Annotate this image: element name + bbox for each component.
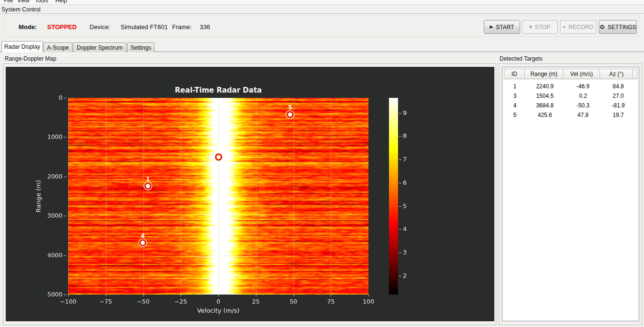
colorbar-tick-label: 5	[403, 202, 407, 210]
y-tick-mark	[64, 295, 66, 295]
colorbar-tick-mark	[399, 229, 401, 230]
cell: 1	[504, 83, 525, 90]
cell: 3	[504, 93, 525, 99]
x-tick-label: 25	[252, 298, 260, 305]
colorbar-tick-label: 9	[403, 109, 407, 116]
stop-button-label: STOP	[535, 24, 550, 31]
table-row[interactable]: 31504.50.227.0	[504, 91, 637, 101]
colorbar-tick-mark	[399, 206, 401, 207]
cell: 47.8	[564, 112, 602, 118]
table-row[interactable]: 12240.9-46.984.8	[504, 82, 637, 91]
y-tick-label: 0	[39, 94, 62, 101]
y-tick-label: 1000	[39, 133, 62, 140]
start-button-label: START	[496, 24, 514, 31]
x-tick-mark	[68, 295, 69, 296]
x-tick-label: −75	[100, 298, 112, 305]
y-axis-label: Range (m)	[35, 180, 42, 212]
x-tick-label: 100	[363, 298, 374, 305]
colorbar-tick-mark	[399, 113, 401, 114]
stop-icon: ■	[530, 25, 532, 29]
column-header-0[interactable]: ID	[504, 69, 525, 79]
table-row[interactable]: 5425.647.819.7	[504, 110, 637, 120]
cell: -46.9	[564, 83, 602, 90]
colorbar-tick-label: 3	[403, 249, 407, 256]
x-axis-label: Velocity (m/s)	[197, 307, 239, 314]
colorbar-tick-label: 4	[403, 225, 407, 232]
colorbar-tick-label: 6	[403, 179, 407, 186]
column-header-3[interactable]: Az (°)	[600, 69, 633, 79]
y-tick-label: 3000	[39, 212, 62, 219]
system-control-title: System Control	[1, 6, 41, 13]
column-header-2[interactable]: Vel (m/s)	[563, 69, 600, 79]
column-header-stub	[633, 69, 637, 79]
x-tick-mark	[181, 295, 181, 296]
cell: 5	[504, 112, 525, 118]
x-tick-mark	[256, 295, 256, 296]
mode-label: Mode:	[19, 23, 37, 31]
cell: 19.7	[602, 112, 635, 118]
cell: -50.3	[564, 102, 602, 109]
menu-help[interactable]: Help	[55, 0, 67, 4]
colorbar-tick-label: 7	[403, 156, 407, 163]
play-icon: ▶	[490, 25, 493, 29]
cell: 84.8	[602, 83, 635, 90]
plot-title: Real-Time Radar Data	[175, 86, 262, 95]
settings-button-label: SETTINGS	[608, 24, 636, 31]
cell: 4	[504, 102, 525, 109]
x-tick-label: −25	[174, 298, 187, 305]
y-tick-mark	[64, 216, 66, 216]
menu-file[interactable]: File	[4, 0, 13, 4]
x-tick-mark	[106, 295, 106, 296]
system-control-toolbar: Mode: STOPPED Device: Simulated FT601 Fr…	[4, 16, 639, 37]
tab-doppler-spectrum[interactable]: Doppler Spectrum	[73, 42, 126, 52]
colorbar-canvas	[389, 98, 398, 295]
cell: 0.2	[564, 93, 602, 99]
menu-bar: FileViewToolsHelp	[0, 0, 644, 5]
table-header: IDRange (m)Vel (m/s)Az (°)	[504, 69, 637, 79]
tab-radar-display[interactable]: Radar Display	[1, 41, 43, 52]
app-window: FileViewToolsHelp System Control Mode: S…	[0, 0, 644, 327]
tab-a-scope[interactable]: A-Scope	[43, 42, 72, 52]
column-header-1[interactable]: Range (m)	[524, 69, 563, 79]
colorbar-tick-mark	[399, 159, 401, 160]
stop-button[interactable]: ■STOP	[522, 20, 558, 34]
device-label: Device:	[90, 23, 110, 31]
cell: 2240.9	[525, 83, 564, 90]
colorbar-tick-mark	[399, 136, 401, 137]
y-tick-label: 4000	[39, 252, 62, 259]
x-tick-mark	[218, 295, 219, 296]
radar-display-panel: Real-Time Radar Data Velocity (m/s) Rang…	[6, 67, 494, 321]
record-button-label: RECORD	[569, 24, 593, 31]
y-tick-label: 5000	[39, 291, 62, 298]
colorbar-tick-label: 2	[403, 272, 407, 279]
x-tick-mark	[143, 295, 144, 296]
table-row[interactable]: 43684.8-50.3-81.9	[504, 101, 637, 110]
colorbar-tick-label: 8	[403, 132, 407, 139]
cell: 425.6	[525, 112, 564, 118]
range-doppler-heatmap-canvas	[68, 98, 368, 295]
y-tick-mark	[64, 177, 66, 177]
settings-button[interactable]: ⚙SETTINGS	[599, 20, 637, 34]
gear-icon: ⚙	[599, 24, 605, 30]
menu-view[interactable]: View	[17, 0, 30, 4]
y-tick-mark	[64, 137, 66, 137]
y-tick-mark	[64, 98, 66, 98]
cell: 3684.8	[525, 102, 564, 109]
colorbar-tick-mark	[399, 276, 401, 276]
cell: 1504.5	[525, 93, 564, 99]
start-button[interactable]: ▶START	[484, 20, 520, 34]
x-tick-mark	[368, 295, 369, 296]
x-tick-mark	[294, 295, 294, 296]
x-tick-label: 0	[216, 298, 220, 305]
colorbar-tick-mark	[399, 183, 401, 183]
y-tick-label: 2000	[39, 173, 62, 180]
menu-tools[interactable]: Tools	[35, 0, 48, 4]
tab-settings[interactable]: Settings	[127, 42, 154, 52]
device-value: Simulated FT601	[121, 23, 168, 31]
detected-targets-table: IDRange (m)Vel (m/s)Az (°) 12240.9-46.98…	[502, 67, 639, 321]
y-tick-mark	[64, 255, 66, 256]
x-tick-mark	[331, 295, 331, 296]
cell: -81.9	[602, 102, 635, 109]
record-button[interactable]: ●RECORD	[560, 20, 596, 34]
x-tick-label: −100	[60, 298, 76, 305]
